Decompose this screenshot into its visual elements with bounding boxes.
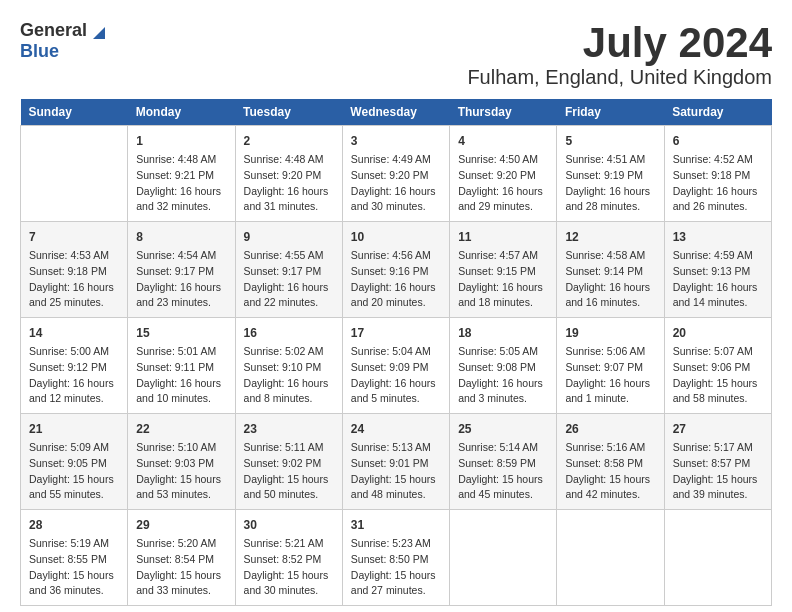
calendar-cell: 24Sunrise: 5:13 AM Sunset: 9:01 PM Dayli… [342, 414, 449, 510]
calendar-cell: 30Sunrise: 5:21 AM Sunset: 8:52 PM Dayli… [235, 510, 342, 606]
cell-content: Sunrise: 5:06 AM Sunset: 9:07 PM Dayligh… [565, 344, 655, 407]
day-number: 5 [565, 132, 655, 150]
day-number: 22 [136, 420, 226, 438]
calendar-cell: 31Sunrise: 5:23 AM Sunset: 8:50 PM Dayli… [342, 510, 449, 606]
day-number: 15 [136, 324, 226, 342]
calendar-cell: 10Sunrise: 4:56 AM Sunset: 9:16 PM Dayli… [342, 222, 449, 318]
day-number: 18 [458, 324, 548, 342]
day-number: 16 [244, 324, 334, 342]
cell-content: Sunrise: 5:01 AM Sunset: 9:11 PM Dayligh… [136, 344, 226, 407]
day-number: 29 [136, 516, 226, 534]
calendar-cell: 27Sunrise: 5:17 AM Sunset: 8:57 PM Dayli… [664, 414, 771, 510]
logo-blue-text: Blue [20, 41, 59, 61]
cell-content: Sunrise: 4:58 AM Sunset: 9:14 PM Dayligh… [565, 248, 655, 311]
weekday-header: Monday [128, 99, 235, 126]
calendar-cell [450, 510, 557, 606]
cell-content: Sunrise: 4:54 AM Sunset: 9:17 PM Dayligh… [136, 248, 226, 311]
day-number: 31 [351, 516, 441, 534]
header-row: SundayMondayTuesdayWednesdayThursdayFrid… [21, 99, 772, 126]
cell-content: Sunrise: 5:09 AM Sunset: 9:05 PM Dayligh… [29, 440, 119, 503]
cell-content: Sunrise: 5:00 AM Sunset: 9:12 PM Dayligh… [29, 344, 119, 407]
day-number: 28 [29, 516, 119, 534]
day-number: 21 [29, 420, 119, 438]
day-number: 8 [136, 228, 226, 246]
day-number: 30 [244, 516, 334, 534]
cell-content: Sunrise: 5:10 AM Sunset: 9:03 PM Dayligh… [136, 440, 226, 503]
calendar-week-row: 1Sunrise: 4:48 AM Sunset: 9:21 PM Daylig… [21, 126, 772, 222]
cell-content: Sunrise: 5:07 AM Sunset: 9:06 PM Dayligh… [673, 344, 763, 407]
logo: General Blue [20, 20, 109, 62]
weekday-header: Tuesday [235, 99, 342, 126]
calendar-cell: 16Sunrise: 5:02 AM Sunset: 9:10 PM Dayli… [235, 318, 342, 414]
cell-content: Sunrise: 4:50 AM Sunset: 9:20 PM Dayligh… [458, 152, 548, 215]
cell-content: Sunrise: 4:48 AM Sunset: 9:20 PM Dayligh… [244, 152, 334, 215]
cell-content: Sunrise: 5:23 AM Sunset: 8:50 PM Dayligh… [351, 536, 441, 599]
calendar-cell: 14Sunrise: 5:00 AM Sunset: 9:12 PM Dayli… [21, 318, 128, 414]
calendar-cell: 12Sunrise: 4:58 AM Sunset: 9:14 PM Dayli… [557, 222, 664, 318]
weekday-header: Thursday [450, 99, 557, 126]
day-number: 25 [458, 420, 548, 438]
cell-content: Sunrise: 4:53 AM Sunset: 9:18 PM Dayligh… [29, 248, 119, 311]
cell-content: Sunrise: 4:49 AM Sunset: 9:20 PM Dayligh… [351, 152, 441, 215]
calendar-table: SundayMondayTuesdayWednesdayThursdayFrid… [20, 99, 772, 606]
cell-content: Sunrise: 4:59 AM Sunset: 9:13 PM Dayligh… [673, 248, 763, 311]
cell-content: Sunrise: 5:02 AM Sunset: 9:10 PM Dayligh… [244, 344, 334, 407]
cell-content: Sunrise: 5:13 AM Sunset: 9:01 PM Dayligh… [351, 440, 441, 503]
cell-content: Sunrise: 5:11 AM Sunset: 9:02 PM Dayligh… [244, 440, 334, 503]
calendar-cell: 2Sunrise: 4:48 AM Sunset: 9:20 PM Daylig… [235, 126, 342, 222]
calendar-cell: 23Sunrise: 5:11 AM Sunset: 9:02 PM Dayli… [235, 414, 342, 510]
calendar-cell: 11Sunrise: 4:57 AM Sunset: 9:15 PM Dayli… [450, 222, 557, 318]
calendar-cell: 5Sunrise: 4:51 AM Sunset: 9:19 PM Daylig… [557, 126, 664, 222]
day-number: 9 [244, 228, 334, 246]
weekday-header: Wednesday [342, 99, 449, 126]
calendar-cell: 13Sunrise: 4:59 AM Sunset: 9:13 PM Dayli… [664, 222, 771, 318]
calendar-cell: 21Sunrise: 5:09 AM Sunset: 9:05 PM Dayli… [21, 414, 128, 510]
cell-content: Sunrise: 5:16 AM Sunset: 8:58 PM Dayligh… [565, 440, 655, 503]
calendar-cell: 25Sunrise: 5:14 AM Sunset: 8:59 PM Dayli… [450, 414, 557, 510]
cell-content: Sunrise: 4:55 AM Sunset: 9:17 PM Dayligh… [244, 248, 334, 311]
calendar-cell: 6Sunrise: 4:52 AM Sunset: 9:18 PM Daylig… [664, 126, 771, 222]
location-title: Fulham, England, United Kingdom [467, 66, 772, 89]
calendar-week-row: 28Sunrise: 5:19 AM Sunset: 8:55 PM Dayli… [21, 510, 772, 606]
day-number: 20 [673, 324, 763, 342]
cell-content: Sunrise: 4:52 AM Sunset: 9:18 PM Dayligh… [673, 152, 763, 215]
day-number: 6 [673, 132, 763, 150]
calendar-cell: 15Sunrise: 5:01 AM Sunset: 9:11 PM Dayli… [128, 318, 235, 414]
weekday-header: Friday [557, 99, 664, 126]
cell-content: Sunrise: 5:20 AM Sunset: 8:54 PM Dayligh… [136, 536, 226, 599]
calendar-cell: 9Sunrise: 4:55 AM Sunset: 9:17 PM Daylig… [235, 222, 342, 318]
cell-content: Sunrise: 4:48 AM Sunset: 9:21 PM Dayligh… [136, 152, 226, 215]
calendar-cell: 19Sunrise: 5:06 AM Sunset: 9:07 PM Dayli… [557, 318, 664, 414]
day-number: 23 [244, 420, 334, 438]
cell-content: Sunrise: 5:14 AM Sunset: 8:59 PM Dayligh… [458, 440, 548, 503]
day-number: 14 [29, 324, 119, 342]
day-number: 24 [351, 420, 441, 438]
day-number: 12 [565, 228, 655, 246]
cell-content: Sunrise: 5:19 AM Sunset: 8:55 PM Dayligh… [29, 536, 119, 599]
calendar-cell: 26Sunrise: 5:16 AM Sunset: 8:58 PM Dayli… [557, 414, 664, 510]
day-number: 11 [458, 228, 548, 246]
calendar-cell: 28Sunrise: 5:19 AM Sunset: 8:55 PM Dayli… [21, 510, 128, 606]
day-number: 4 [458, 132, 548, 150]
calendar-cell [664, 510, 771, 606]
cell-content: Sunrise: 5:17 AM Sunset: 8:57 PM Dayligh… [673, 440, 763, 503]
day-number: 2 [244, 132, 334, 150]
day-number: 27 [673, 420, 763, 438]
logo-triangle-icon [89, 21, 109, 41]
calendar-cell: 1Sunrise: 4:48 AM Sunset: 9:21 PM Daylig… [128, 126, 235, 222]
title-area: July 2024 Fulham, England, United Kingdo… [467, 20, 772, 89]
day-number: 7 [29, 228, 119, 246]
month-title: July 2024 [467, 20, 772, 66]
calendar-cell: 20Sunrise: 5:07 AM Sunset: 9:06 PM Dayli… [664, 318, 771, 414]
calendar-cell: 8Sunrise: 4:54 AM Sunset: 9:17 PM Daylig… [128, 222, 235, 318]
cell-content: Sunrise: 4:57 AM Sunset: 9:15 PM Dayligh… [458, 248, 548, 311]
calendar-cell [21, 126, 128, 222]
cell-content: Sunrise: 4:51 AM Sunset: 9:19 PM Dayligh… [565, 152, 655, 215]
calendar-cell: 7Sunrise: 4:53 AM Sunset: 9:18 PM Daylig… [21, 222, 128, 318]
page-header: General Blue July 2024 Fulham, England, … [20, 20, 772, 89]
calendar-cell: 17Sunrise: 5:04 AM Sunset: 9:09 PM Dayli… [342, 318, 449, 414]
cell-content: Sunrise: 5:04 AM Sunset: 9:09 PM Dayligh… [351, 344, 441, 407]
calendar-week-row: 7Sunrise: 4:53 AM Sunset: 9:18 PM Daylig… [21, 222, 772, 318]
day-number: 3 [351, 132, 441, 150]
cell-content: Sunrise: 5:21 AM Sunset: 8:52 PM Dayligh… [244, 536, 334, 599]
